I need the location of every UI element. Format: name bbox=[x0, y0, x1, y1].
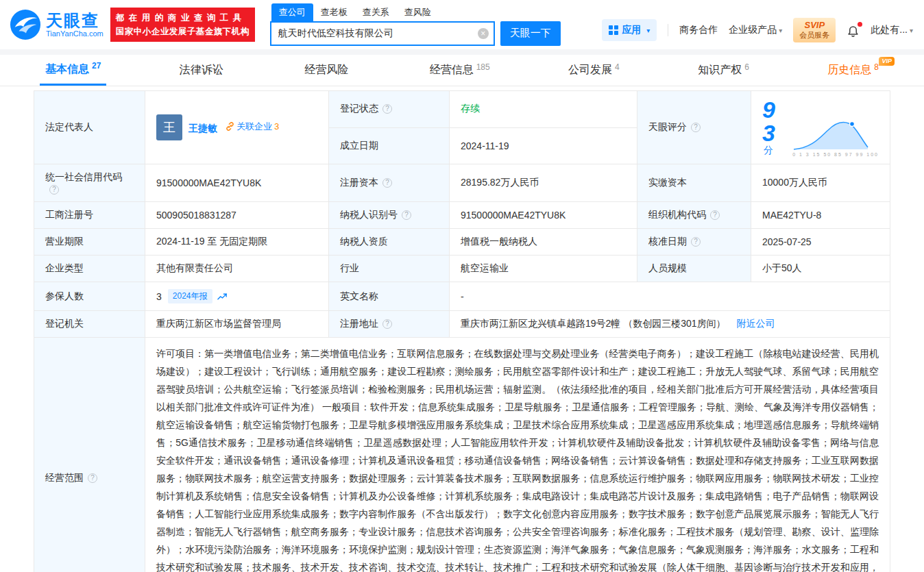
business-scope-label: 经营范围 bbox=[45, 472, 84, 483]
field-label-legal-rep: 法定代表人 bbox=[34, 91, 145, 164]
field-value-reg-address: 重庆市两江新区龙兴镇卓越路19号2幢 （数创园三楼301房间） 附近公司 bbox=[450, 311, 890, 338]
notification-bell-icon[interactable] bbox=[847, 24, 860, 37]
svip-membership-badge[interactable]: SVIP 会员服务 bbox=[793, 18, 836, 42]
help-icon[interactable]: ? bbox=[382, 178, 392, 188]
taxpayer-quality-value: 增值税一般纳税人 bbox=[461, 236, 537, 247]
reg-status-value: 存续 bbox=[461, 103, 480, 114]
search-row: × 天眼一下 bbox=[270, 21, 561, 46]
search-tab-risk[interactable]: 查风险 bbox=[397, 3, 439, 21]
field-value-staff-size: 小于50人 bbox=[751, 256, 890, 282]
help-icon[interactable]: ? bbox=[710, 210, 720, 220]
reg-capital-label: 注册资本 bbox=[340, 177, 378, 188]
header-separator bbox=[0, 49, 924, 55]
annual-report-badge[interactable]: 2024年报 bbox=[168, 289, 212, 303]
top-header: 天眼查 TianYanCha.com 都在用的商业查询工具 国家中小企业发展子基… bbox=[0, 0, 924, 49]
legal-rep-avatar[interactable]: 王 bbox=[156, 114, 182, 140]
search-tab-relation[interactable]: 查关系 bbox=[355, 3, 397, 21]
nav-enterprise-products[interactable]: 企业级产品▾ bbox=[729, 24, 782, 36]
tab-operating-risk[interactable]: 经营风险 bbox=[299, 55, 356, 86]
tianyancha-logo[interactable]: 天眼查 TianYanCha.com bbox=[10, 9, 104, 40]
business-scope-value: 许可项目：第一类增值电信业务；第二类增值电信业务；互联网信息服务；在线数据处理与… bbox=[156, 348, 879, 572]
tab-count: 8 bbox=[874, 62, 879, 72]
industry-value: 航空运输业 bbox=[461, 262, 509, 273]
score-axis-labels: 0 1 3 15 50 85 97 99 100 bbox=[792, 152, 879, 157]
help-icon[interactable]: ? bbox=[402, 210, 411, 220]
tab-company-development[interactable]: 公司发展4 bbox=[563, 55, 625, 86]
help-icon[interactable]: ? bbox=[691, 237, 701, 247]
nav-business-cooperation[interactable]: 商务合作 bbox=[679, 24, 718, 36]
nav-more[interactable]: 此处有...▾ bbox=[871, 24, 913, 36]
reg-capital-value: 28195.82万人民币 bbox=[461, 177, 539, 188]
tab-count: 6 bbox=[744, 62, 749, 72]
english-name-label: 英文名称 bbox=[340, 290, 378, 301]
field-label-org-code: 组织机构代码? bbox=[637, 202, 751, 229]
tab-count: 185 bbox=[476, 62, 490, 72]
help-icon[interactable]: ? bbox=[382, 319, 392, 329]
section-tabbar: 基本信息27 法律诉讼 经营风险 经营信息185 公司发展4 知识产权6 历史信… bbox=[0, 55, 924, 86]
staff-size-value: 小于50人 bbox=[762, 262, 802, 273]
field-label-staff-size: 人员规模 bbox=[637, 256, 751, 282]
field-label-establish-date: 成立日期 bbox=[329, 127, 450, 164]
field-value-credit-code: 91500000MAE42TYU8K bbox=[145, 164, 329, 202]
field-value-insured-count: 3 2024年报 bbox=[145, 282, 329, 311]
chevron-down-icon: ▾ bbox=[779, 27, 782, 34]
english-name-value: - bbox=[461, 291, 464, 302]
help-icon[interactable]: ? bbox=[382, 104, 392, 114]
approval-date-label: 核准日期 bbox=[648, 236, 687, 247]
svip-sublabel: 会员服务 bbox=[799, 31, 829, 40]
search-tab-company[interactable]: 查公司 bbox=[271, 3, 313, 21]
legal-rep-name-link[interactable]: 王捷敏 bbox=[189, 122, 217, 133]
field-label-company-type: 企业类型 bbox=[34, 256, 145, 282]
reg-status-label: 登记状态 bbox=[340, 103, 378, 114]
field-value-reg-number: 500905018831287 bbox=[145, 202, 329, 229]
help-icon[interactable]: ? bbox=[691, 123, 701, 132]
field-value-taxpayer-id: 91500000MAE42TYU8K bbox=[450, 202, 637, 229]
tab-count: 4 bbox=[615, 62, 620, 72]
tab-intellectual-property[interactable]: 知识产权6 bbox=[692, 55, 755, 86]
tab-label: 法律诉讼 bbox=[180, 63, 223, 77]
slogan-box: 都在用的商业查询工具 国家中小企业发展子基金旗下机构 bbox=[110, 8, 255, 42]
tab-label: 历史信息 bbox=[827, 63, 871, 77]
search-tab-boss[interactable]: 查老板 bbox=[313, 3, 355, 21]
trend-chart-icon[interactable] bbox=[217, 293, 228, 301]
nearby-companies-link[interactable]: 附近公司 bbox=[737, 318, 775, 329]
business-term-value: 2024-11-19 至 无固定期限 bbox=[156, 236, 267, 247]
brand-name: 天眼查 bbox=[46, 12, 104, 29]
search-button[interactable]: 天眼一下 bbox=[500, 21, 561, 46]
related-companies-link[interactable]: 关联企业 3 bbox=[226, 121, 279, 133]
field-value-reg-status: 存续 bbox=[450, 91, 637, 128]
tab-legal-proceedings[interactable]: 法律诉讼 bbox=[174, 55, 232, 86]
apps-menu-button[interactable]: 应用 ▾ bbox=[602, 19, 657, 41]
field-label-reg-authority: 登记机关 bbox=[34, 311, 145, 338]
field-value-taxpayer-quality: 增值税一般纳税人 bbox=[450, 229, 637, 256]
chevron-down-icon: ▾ bbox=[646, 27, 650, 34]
help-icon[interactable]: ? bbox=[88, 473, 97, 483]
field-label-reg-capital: 注册资本? bbox=[329, 164, 450, 202]
field-label-industry: 行业 bbox=[329, 256, 450, 282]
tab-label: 基本信息 bbox=[45, 62, 89, 77]
help-icon[interactable]: ? bbox=[49, 185, 59, 195]
org-code-value: MAE42TYU-8 bbox=[762, 210, 821, 221]
tianyancha-logo-icon bbox=[10, 9, 41, 40]
field-label-score: 天眼评分? bbox=[637, 91, 751, 164]
company-type-value: 其他有限责任公司 bbox=[156, 262, 233, 273]
tab-basic-info[interactable]: 基本信息27 bbox=[40, 55, 106, 86]
tab-label: 知识产权 bbox=[698, 63, 742, 77]
slogan-line2: 国家中小企业发展子基金旗下机构 bbox=[116, 25, 250, 38]
field-label-credit-code: 统一社会信用代码? bbox=[34, 164, 145, 202]
field-value-reg-capital: 28195.82万人民币 bbox=[450, 164, 637, 202]
clear-input-icon[interactable]: × bbox=[478, 28, 489, 39]
nav-more-label: 此处有... bbox=[871, 24, 908, 35]
related-companies-label: 关联企业 bbox=[236, 121, 272, 133]
page: 天眼查 TianYanCha.com 都在用的商业查询工具 国家中小企业发展子基… bbox=[0, 0, 924, 572]
field-value-company-type: 其他有限责任公司 bbox=[145, 256, 329, 282]
score-number: 93分 bbox=[762, 98, 786, 157]
tab-label: 经营风险 bbox=[304, 63, 348, 77]
tab-history-info[interactable]: 历史信息8 VIP bbox=[822, 55, 884, 86]
tab-operating-info[interactable]: 经营信息185 bbox=[424, 55, 496, 86]
company-search-input[interactable] bbox=[270, 21, 495, 46]
field-value-approval-date: 2025-07-25 bbox=[751, 229, 890, 256]
field-label-business-term: 营业期限 bbox=[34, 229, 145, 256]
enterprise-products-label: 企业级产品 bbox=[729, 24, 777, 35]
reg-number-label: 工商注册号 bbox=[45, 209, 93, 220]
